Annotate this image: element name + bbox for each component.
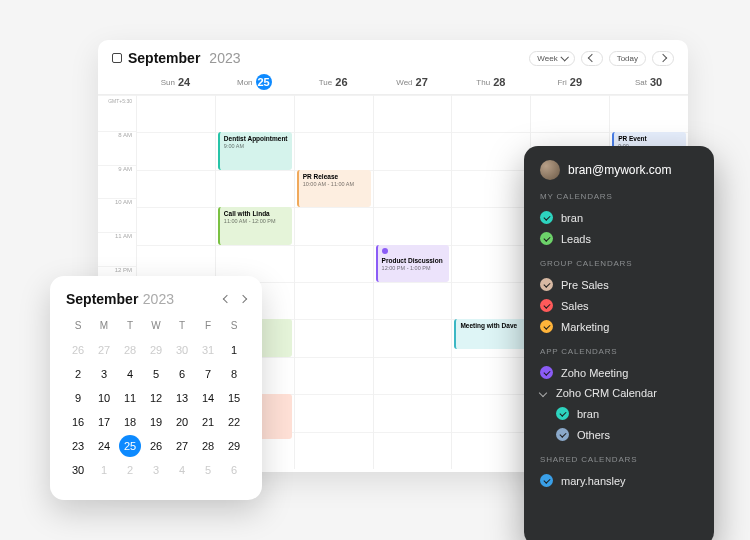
mini-day[interactable]: 27 [170, 435, 194, 457]
mini-day[interactable]: 4 [170, 459, 194, 481]
mini-day[interactable]: 5 [144, 363, 168, 385]
day-header[interactable]: Mon25 [215, 74, 294, 90]
day-header[interactable]: Sun24 [136, 74, 215, 90]
mini-day[interactable]: 1 [92, 459, 116, 481]
calendar-event[interactable]: PR Release10:00 AM - 11:00 AM [297, 170, 371, 207]
section-group-calendars: GROUP CALENDARS [540, 259, 698, 268]
hour-label: 11 AM [98, 232, 136, 266]
calendar-year: 2023 [209, 50, 240, 66]
mini-day[interactable]: 1 [222, 339, 246, 361]
section-shared-calendars: SHARED CALENDARS [540, 455, 698, 464]
mini-year: 2023 [143, 291, 174, 307]
mini-day[interactable]: 2 [118, 459, 142, 481]
check-icon[interactable] [556, 428, 569, 441]
check-icon[interactable] [540, 278, 553, 291]
mini-day[interactable]: 13 [170, 387, 194, 409]
calendar-item[interactable]: Zoho Meeting [540, 362, 698, 383]
calendar-item[interactable]: bran [540, 403, 698, 424]
mini-day[interactable]: 26 [66, 339, 90, 361]
mini-day[interactable]: 7 [196, 363, 220, 385]
user-row[interactable]: bran@mywork.com [540, 160, 698, 180]
mini-day[interactable]: 24 [92, 435, 116, 457]
weekday-label: F [196, 316, 220, 337]
mini-day[interactable]: 31 [196, 339, 220, 361]
mini-day[interactable]: 22 [222, 411, 246, 433]
mini-day[interactable]: 17 [92, 411, 116, 433]
mini-day[interactable]: 29 [144, 339, 168, 361]
day-header[interactable]: Fri29 [530, 74, 609, 90]
mini-day[interactable]: 3 [92, 363, 116, 385]
mini-day[interactable]: 6 [222, 459, 246, 481]
check-icon[interactable] [540, 232, 553, 245]
calendar-item[interactable]: Marketing [540, 316, 698, 337]
calendar-item[interactable]: mary.hansley [540, 470, 698, 491]
mini-day[interactable]: 14 [196, 387, 220, 409]
hour-label: 8 AM [98, 131, 136, 165]
prev-button[interactable] [581, 51, 603, 66]
view-select[interactable]: Week [529, 51, 574, 66]
mini-day[interactable]: 30 [170, 339, 194, 361]
mini-day[interactable]: 29 [222, 435, 246, 457]
mini-next-button[interactable] [239, 295, 247, 303]
calendar-item[interactable]: Others [540, 424, 698, 445]
calendar-event[interactable]: Dentist Appointment9:00 AM [218, 132, 292, 169]
chevron-down-icon [560, 53, 568, 61]
next-button[interactable] [652, 51, 674, 66]
view-label: Week [537, 54, 557, 63]
calendar-item[interactable]: Sales [540, 295, 698, 316]
day-column[interactable]: PR Release10:00 AM - 11:00 AM [294, 95, 373, 469]
mini-day[interactable]: 11 [118, 387, 142, 409]
section-my-calendars: MY CALENDARS [540, 192, 698, 201]
check-icon[interactable] [540, 211, 553, 224]
hour-label: 10 AM [98, 198, 136, 232]
mini-day[interactable]: 10 [92, 387, 116, 409]
calendar-item[interactable]: bran [540, 207, 698, 228]
mini-day[interactable]: 23 [66, 435, 90, 457]
mini-day[interactable]: 5 [196, 459, 220, 481]
day-header[interactable]: Tue26 [294, 74, 373, 90]
calendar-event[interactable]: Product Discussion12:00 PM - 1:00 PM [376, 245, 450, 282]
day-column[interactable]: Meeting with Dave [451, 95, 530, 469]
day-header[interactable]: Thu28 [451, 74, 530, 90]
check-icon[interactable] [556, 407, 569, 420]
mini-day[interactable]: 30 [66, 459, 90, 481]
calendar-item[interactable]: Pre Sales [540, 274, 698, 295]
calendar-event[interactable]: Meeting with Dave [454, 319, 528, 349]
check-icon[interactable] [540, 474, 553, 487]
mini-day[interactable]: 3 [144, 459, 168, 481]
mini-day[interactable]: 19 [144, 411, 168, 433]
timezone-label: GMT+5:30 [98, 95, 136, 131]
mini-day[interactable]: 28 [118, 339, 142, 361]
weekday-label: S [222, 316, 246, 337]
mini-day[interactable]: 15 [222, 387, 246, 409]
mini-prev-button[interactable] [223, 295, 231, 303]
mini-day[interactable]: 21 [196, 411, 220, 433]
check-icon[interactable] [540, 320, 553, 333]
mini-day[interactable]: 20 [170, 411, 194, 433]
calendar-event[interactable]: Call with Linda11:00 AM - 12:00 PM [218, 207, 292, 244]
mini-day[interactable]: 6 [170, 363, 194, 385]
mini-day[interactable]: 26 [144, 435, 168, 457]
calendar-item[interactable]: Leads [540, 228, 698, 249]
mini-day[interactable]: 4 [118, 363, 142, 385]
day-header[interactable]: Sat30 [609, 74, 688, 90]
mini-day[interactable]: 9 [66, 387, 90, 409]
day-header[interactable]: Wed27 [373, 74, 452, 90]
mini-day[interactable]: 28 [196, 435, 220, 457]
weekday-label: M [92, 316, 116, 337]
mini-day[interactable]: 8 [222, 363, 246, 385]
calendars-panel: bran@mywork.com MY CALENDARS branLeads G… [524, 146, 714, 540]
mini-day[interactable]: 27 [92, 339, 116, 361]
mini-day[interactable]: 16 [66, 411, 90, 433]
mini-day[interactable]: 25 [119, 435, 141, 457]
mini-day[interactable]: 12 [144, 387, 168, 409]
mini-day[interactable]: 2 [66, 363, 90, 385]
check-icon[interactable] [540, 299, 553, 312]
mini-day[interactable]: 18 [118, 411, 142, 433]
day-column[interactable]: Product Discussion12:00 PM - 1:00 PM [373, 95, 452, 469]
check-icon[interactable] [540, 366, 553, 379]
day-header-row: Sun24Mon25Tue26Wed27Thu28Fri29Sat30 [98, 72, 688, 95]
today-button[interactable]: Today [609, 51, 646, 66]
calendar-item[interactable]: Zoho CRM Calendar [540, 383, 698, 403]
avatar [540, 160, 560, 180]
